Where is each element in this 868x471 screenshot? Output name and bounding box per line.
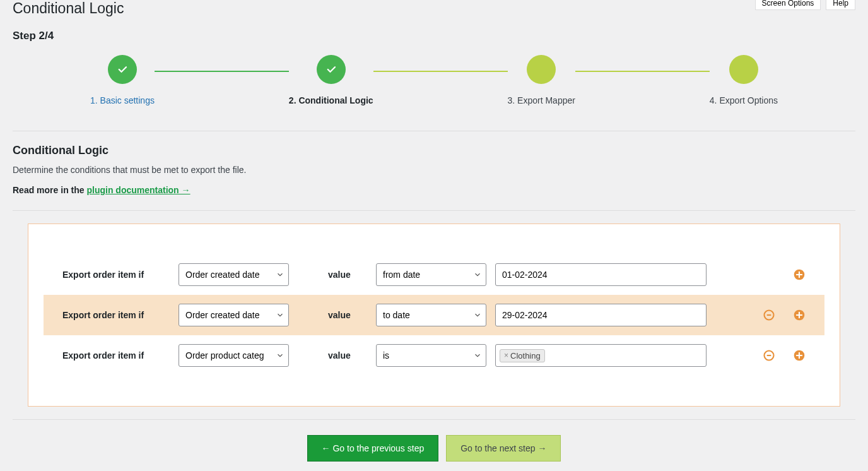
plus-circle-icon <box>793 349 806 362</box>
rule-label: Export order item if <box>62 350 170 361</box>
field-select[interactable]: Order product categ <box>179 344 289 367</box>
add-rule-button[interactable] <box>793 349 806 362</box>
divider <box>13 419 855 420</box>
field-select[interactable]: Order created date <box>179 304 289 326</box>
operator-select[interactable]: from date <box>376 263 486 286</box>
section-title: Conditional Logic <box>13 144 855 157</box>
doc-prefix: Read more in the <box>13 185 86 195</box>
add-rule-button[interactable] <box>793 309 806 321</box>
rule-row: Export order item if Order product categ… <box>44 335 824 376</box>
operator-select[interactable]: to date <box>376 304 486 326</box>
rule-label: Export order item if <box>62 270 170 280</box>
minus-circle-icon <box>763 309 775 321</box>
doc-line: Read more in the plugin documentation → <box>13 185 855 195</box>
step-connector <box>155 71 289 72</box>
check-icon <box>117 64 128 75</box>
previous-step-button[interactable]: ← Go to the previous step <box>307 435 439 462</box>
step-3-label: 3. Export Mapper <box>508 95 575 105</box>
wizard-stepper: 1. Basic settings 2. Conditional Logic 3… <box>65 55 803 105</box>
step-count: Step 2/4 <box>13 30 855 42</box>
step-1-circle[interactable] <box>108 55 137 84</box>
value-input[interactable] <box>495 304 707 326</box>
divider <box>13 131 855 131</box>
operator-select[interactable]: is <box>376 344 486 367</box>
step-1-label[interactable]: 1. Basic settings <box>90 95 155 105</box>
step-2-circle <box>317 55 346 84</box>
step-4-circle <box>729 55 758 84</box>
plus-circle-icon <box>793 309 806 321</box>
plus-circle-icon <box>793 268 806 281</box>
check-icon <box>326 64 337 75</box>
tag-remove-icon[interactable]: × <box>504 351 508 360</box>
documentation-link[interactable]: plugin documentation → <box>86 185 190 195</box>
step-connector <box>575 71 710 72</box>
rules-container: Export order item if Order created date … <box>28 224 840 407</box>
tag-label: Clothing <box>510 351 541 361</box>
value-label: value <box>298 350 367 361</box>
screen-options-button[interactable]: Screen Options <box>755 0 821 10</box>
remove-rule-button[interactable] <box>763 309 775 321</box>
step-3-circle <box>527 55 556 84</box>
rule-row: Export order item if Order created date … <box>44 295 824 335</box>
rule-row: Export order item if Order created date … <box>44 254 824 295</box>
section-description: Determine the conditions that must be me… <box>13 165 855 175</box>
value-label: value <box>298 270 367 280</box>
tag-chip: × Clothing <box>500 349 545 362</box>
value-input[interactable] <box>495 263 707 286</box>
value-label: value <box>298 310 367 320</box>
field-select[interactable]: Order created date <box>179 263 289 286</box>
step-4-label: 4. Export Options <box>710 95 778 105</box>
next-step-button[interactable]: Go to the next step → <box>446 435 561 462</box>
help-button[interactable]: Help <box>826 0 855 10</box>
remove-rule-button[interactable] <box>763 349 775 362</box>
step-connector <box>373 71 508 72</box>
divider <box>13 210 855 211</box>
minus-circle-icon <box>763 349 775 362</box>
add-rule-button[interactable] <box>793 268 806 281</box>
rule-label: Export order item if <box>62 310 170 320</box>
tag-input[interactable]: × Clothing <box>495 344 707 367</box>
step-2-label: 2. Conditional Logic <box>289 95 373 105</box>
page-title: Conditional Logic <box>13 0 124 17</box>
